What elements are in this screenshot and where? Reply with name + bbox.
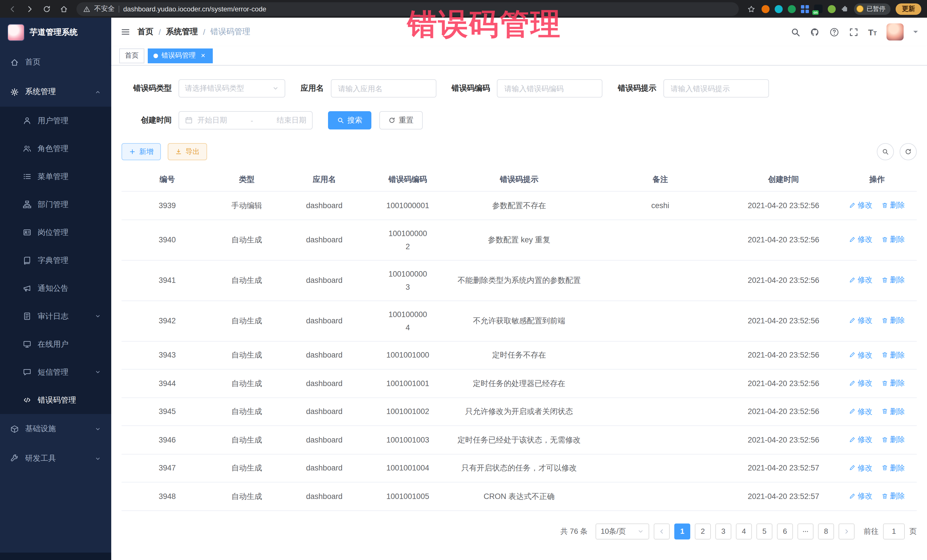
edit-link[interactable]: 修改 xyxy=(849,376,872,390)
error-type-select[interactable]: 请选择错误码类型 xyxy=(179,79,285,97)
browser-update-button[interactable]: 更新 xyxy=(896,3,921,15)
font-size-icon[interactable]: TT xyxy=(868,28,877,36)
next-page-button[interactable] xyxy=(839,523,854,539)
tab-home[interactable]: 首页 xyxy=(119,48,144,63)
sidebar-item-system[interactable]: 系统管理 xyxy=(0,77,111,107)
sidebar-item-dev-tools[interactable]: 研发工具 xyxy=(0,444,111,473)
sidebar-item-roles[interactable]: 角色管理 xyxy=(0,135,111,162)
delete-link[interactable]: 删除 xyxy=(881,199,905,212)
delete-link[interactable]: 删除 xyxy=(881,376,905,390)
page-size-select[interactable]: 10条/页 xyxy=(596,523,649,539)
delete-link[interactable]: 删除 xyxy=(881,273,905,287)
page-button-2[interactable]: 2 xyxy=(695,523,711,539)
edit-link[interactable]: 修改 xyxy=(849,273,872,287)
edit-link[interactable]: 修改 xyxy=(849,233,872,246)
refresh-table-button[interactable] xyxy=(900,143,917,160)
edit-link[interactable]: 修改 xyxy=(849,461,872,474)
page-button-last[interactable]: 8 xyxy=(818,523,834,539)
edit-link[interactable]: 修改 xyxy=(849,433,872,446)
delete-link[interactable]: 删除 xyxy=(881,489,905,502)
add-button[interactable]: 新增 xyxy=(122,143,161,160)
address-bar[interactable]: 不安全 dashboard.yudao.iocoder.cn/system/er… xyxy=(76,2,739,16)
error-code-input[interactable] xyxy=(497,79,602,97)
extension-icon[interactable] xyxy=(828,5,836,13)
edit-link[interactable]: 修改 xyxy=(849,348,872,361)
filter-label: 错误码提示 xyxy=(618,83,656,94)
extension-icon[interactable] xyxy=(788,5,796,13)
delete-link[interactable]: 删除 xyxy=(881,314,905,327)
page-button-1[interactable]: 1 xyxy=(674,523,690,539)
cell-id: 3945 xyxy=(122,398,213,426)
edit-link[interactable]: 修改 xyxy=(849,405,872,418)
more-pages-button[interactable] xyxy=(798,523,813,539)
sidebar-item-home[interactable]: 首页 xyxy=(0,47,111,77)
search-icon[interactable] xyxy=(790,27,800,37)
sidebar-item-online-users[interactable]: 在线用户 xyxy=(0,330,111,358)
app-logo[interactable]: 芋道管理系统 xyxy=(0,18,111,47)
sidebar-item-posts[interactable]: 岗位管理 xyxy=(0,219,111,246)
sidebar-item-sms[interactable]: 短信管理 xyxy=(0,358,111,386)
sidebar-item-audit-logs[interactable]: 审计日志 xyxy=(0,302,111,330)
delete-link[interactable]: 删除 xyxy=(881,433,905,446)
page-button-3[interactable]: 3 xyxy=(715,523,731,539)
cell-code: 1001001004 xyxy=(368,454,448,482)
sidebar-toggle-button[interactable] xyxy=(116,22,135,42)
toggle-search-button[interactable] xyxy=(877,143,894,160)
github-icon[interactable] xyxy=(810,27,819,37)
cell-actions: 修改 删除 xyxy=(837,341,917,369)
extension-grid-icon[interactable] xyxy=(801,5,809,13)
sidebar-item-notices[interactable]: 通知公告 xyxy=(0,274,111,302)
export-button[interactable]: 导出 xyxy=(168,143,207,160)
forward-button[interactable] xyxy=(23,2,36,16)
sidebar-item-label: 首页 xyxy=(25,57,41,67)
prev-page-button[interactable] xyxy=(654,523,670,539)
breadcrumb-home[interactable]: 首页 xyxy=(137,27,153,37)
goto-page-input[interactable] xyxy=(883,523,905,539)
close-icon[interactable]: ✕ xyxy=(199,52,207,59)
delete-link[interactable]: 删除 xyxy=(881,461,905,474)
delete-link[interactable]: 删除 xyxy=(881,348,905,361)
edit-link[interactable]: 修改 xyxy=(849,489,872,502)
menu-list-icon xyxy=(23,172,31,181)
reload-button[interactable] xyxy=(40,2,54,16)
navbar-actions: TT xyxy=(790,23,918,41)
tab-error-code[interactable]: 错误码管理 ✕ xyxy=(148,48,213,63)
delete-link[interactable]: 删除 xyxy=(881,233,905,246)
help-icon[interactable] xyxy=(829,27,839,37)
page-button-5[interactable]: 5 xyxy=(757,523,772,539)
fullscreen-icon[interactable] xyxy=(849,27,858,37)
app-name-input[interactable] xyxy=(331,79,436,97)
cell-id: 3946 xyxy=(122,426,213,454)
profile-paused-badge[interactable]: 已暂停 xyxy=(854,3,891,15)
edit-link[interactable]: 修改 xyxy=(849,314,872,327)
table-row: 3940 自动生成 dashboard 100100000 2 参数配置 key… xyxy=(122,220,917,260)
cell-remark xyxy=(591,341,730,369)
browser-home-button[interactable] xyxy=(57,2,71,16)
sidebar-item-error-code[interactable]: 错误码管理 xyxy=(0,386,111,414)
breadcrumb-system[interactable]: 系统管理 xyxy=(166,27,198,37)
sidebar-item-infrastructure[interactable]: 基础设施 xyxy=(0,414,111,444)
sidebar-item-dictionary[interactable]: 字典管理 xyxy=(0,246,111,274)
error-hint-input[interactable] xyxy=(663,79,769,97)
extension-icon[interactable] xyxy=(761,5,769,13)
edit-link[interactable]: 修改 xyxy=(849,199,872,212)
create-time-range-picker[interactable]: 开始日期 - 结束日期 xyxy=(179,111,313,129)
cell-type: 自动生成 xyxy=(213,398,281,426)
sidebar-item-users[interactable]: 用户管理 xyxy=(0,107,111,135)
search-button[interactable]: 搜索 xyxy=(328,111,371,129)
back-button[interactable] xyxy=(6,2,20,16)
avatar-caret-icon[interactable] xyxy=(913,31,918,35)
user-avatar[interactable] xyxy=(886,23,904,41)
page-button-6[interactable]: 6 xyxy=(777,523,793,539)
delete-link[interactable]: 删除 xyxy=(881,405,905,418)
sidebar-item-menus[interactable]: 菜单管理 xyxy=(0,162,111,190)
extensions-puzzle-icon[interactable] xyxy=(841,5,849,13)
extension-icon[interactable] xyxy=(775,5,783,13)
bookmark-star-icon[interactable] xyxy=(745,2,758,16)
cell-id: 3943 xyxy=(122,341,213,369)
extension-icon[interactable]: on xyxy=(814,5,823,13)
page-button-4[interactable]: 4 xyxy=(736,523,752,539)
toolbar-right xyxy=(877,143,917,160)
sidebar-item-departments[interactable]: 部门管理 xyxy=(0,190,111,219)
reset-button[interactable]: 重置 xyxy=(379,111,423,129)
